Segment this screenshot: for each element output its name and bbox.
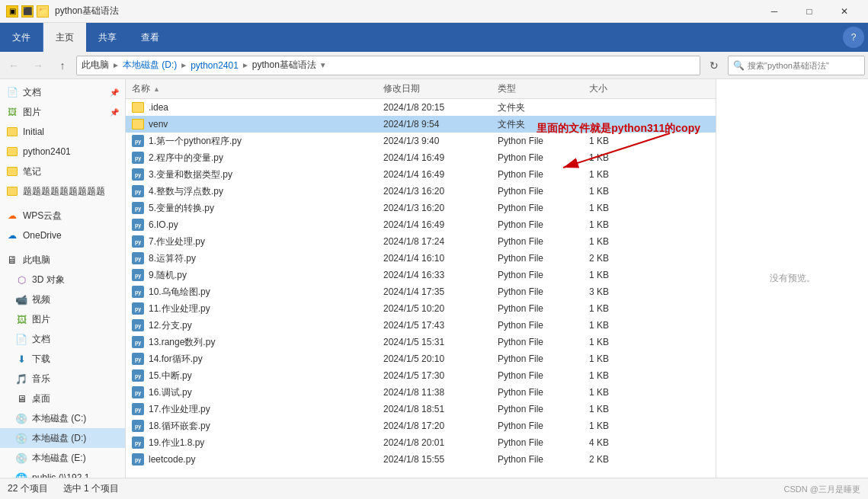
file-row[interactable]: py 18.循环嵌套.py 2024/1/8 17:20 Python File… bbox=[126, 417, 716, 434]
sidebar-label-questions: 题题题题题题题题题 bbox=[23, 185, 119, 198]
sidebar-item-disk-c[interactable]: 💿 本地磁盘 (C:) bbox=[0, 408, 125, 428]
sidebar-item-desktop[interactable]: 🖥 桌面 bbox=[0, 389, 125, 408]
file-name-cell: py 10.乌龟绘图.py bbox=[129, 286, 380, 299]
ribbon: 文件 主页 共享 查看 ? bbox=[0, 23, 868, 52]
sort-arrow-icon: ▲ bbox=[153, 85, 160, 93]
file-name-cell: py 4.整数与浮点数.py bbox=[129, 185, 380, 198]
python-file-icon: py bbox=[132, 420, 144, 432]
sidebar-item-thispc[interactable]: 🖥 此电脑 bbox=[0, 250, 125, 270]
sidebar-item-videos[interactable]: 📹 视频 bbox=[0, 289, 125, 309]
file-row[interactable]: py 16.调试.py 2024/1/8 11:38 Python File 1… bbox=[126, 384, 716, 401]
file-name: 17.作业处理.py bbox=[149, 403, 210, 416]
file-row[interactable]: py leetcode.py 2024/1/8 15:55 Python Fil… bbox=[126, 451, 716, 468]
sidebar-item-3d[interactable]: ⬡ 3D 对象 bbox=[0, 270, 125, 289]
python-file-icon: py bbox=[132, 302, 144, 315]
file-date-cell: 2024/1/4 16:49 bbox=[380, 169, 495, 180]
sidebar-item-documents[interactable]: 📄 文档 📌 bbox=[0, 82, 125, 102]
sidebar-item-disk-d[interactable]: 💿 本地磁盘 (D:) bbox=[0, 428, 125, 448]
refresh-button[interactable]: ↻ bbox=[703, 55, 725, 76]
file-row[interactable]: .idea 2024/1/8 20:15 文件夹 bbox=[126, 99, 716, 116]
ribbon-tab-view[interactable]: 查看 bbox=[129, 23, 171, 52]
file-row[interactable]: py 7.作业处理.py 2024/1/8 17:24 Python File … bbox=[126, 233, 716, 250]
file-row[interactable]: py 15.中断.py 2024/1/5 17:30 Python File 1… bbox=[126, 367, 716, 384]
up-button[interactable]: ↑ bbox=[52, 55, 73, 76]
sidebar-item-pics2[interactable]: 🖼 图片 bbox=[0, 309, 125, 329]
maximize-button[interactable]: □ bbox=[792, 0, 827, 23]
sidebar-item-downloads[interactable]: ⬇ 下载 bbox=[0, 349, 125, 369]
doc-icon: 📄 bbox=[6, 86, 18, 98]
file-name-cell: .idea bbox=[129, 102, 380, 113]
file-row[interactable]: py 4.整数与浮点数.py 2024/1/3 16:20 Python Fil… bbox=[126, 183, 716, 200]
file-row[interactable]: py 8.运算符.py 2024/1/4 16:10 Python File 2… bbox=[126, 250, 716, 267]
sidebar-item-public[interactable]: 🌐 public (\\192.1... bbox=[0, 468, 125, 478]
breadcrumb-pc: 此电脑 bbox=[82, 59, 109, 72]
sidebar-item-pictures[interactable]: 🖼 图片 📌 bbox=[0, 102, 125, 122]
file-row[interactable]: py 2.程序中的变量.py 2024/1/4 16:49 Python Fil… bbox=[126, 149, 716, 166]
file-row[interactable]: py 17.作业处理.py 2024/1/8 18:51 Python File… bbox=[126, 401, 716, 417]
file-name-cell: py 1.第一个python程序.py bbox=[129, 135, 380, 148]
sidebar-item-questions[interactable]: 题题题题题题题题题 bbox=[0, 181, 125, 201]
sidebar-item-music[interactable]: 🎵 音乐 bbox=[0, 369, 125, 389]
pin-icon2: 📌 bbox=[110, 108, 119, 117]
python-file-icon: py bbox=[132, 353, 144, 365]
file-row[interactable]: py 13.range数列.py 2024/1/5 15:31 Python F… bbox=[126, 334, 716, 350]
file-row[interactable]: py 9.随机.py 2024/1/4 16:33 Python File 1 … bbox=[126, 267, 716, 283]
titlebar: ▣ ⬛ 📁 python基础语法 ─ □ ✕ bbox=[0, 0, 868, 23]
file-size-cell: 1 KB bbox=[586, 136, 647, 146]
ribbon-tab-file[interactable]: 文件 bbox=[0, 23, 43, 52]
file-row[interactable]: py 11.作业处理.py 2024/1/5 10:20 Python File… bbox=[126, 300, 716, 317]
search-input[interactable] bbox=[748, 61, 860, 70]
sidebar-item-initial[interactable]: Initial bbox=[0, 122, 125, 142]
file-row[interactable]: py 12.分支.py 2024/1/5 17:43 Python File 1… bbox=[126, 317, 716, 334]
col-name-header[interactable]: 名称 ▲ bbox=[129, 82, 380, 95]
sidebar-item-wps[interactable]: ☁ WPS云盘 bbox=[0, 206, 125, 226]
file-type-cell: Python File bbox=[495, 437, 586, 448]
file-row[interactable]: py 14.for循环.py 2024/1/5 20:10 Python Fil… bbox=[126, 350, 716, 367]
sidebar-label-python2401: python2401 bbox=[23, 146, 119, 157]
folder-icon-initial bbox=[6, 126, 18, 138]
file-row[interactable]: venv 2024/1/8 9:54 文件夹 bbox=[126, 116, 716, 133]
file-name: .idea bbox=[149, 102, 168, 113]
file-row[interactable]: py 10.乌龟绘图.py 2024/1/4 17:35 Python File… bbox=[126, 283, 716, 300]
file-name: 15.中断.py bbox=[149, 369, 192, 382]
file-row[interactable]: py 5.变量的转换.py 2024/1/3 16:20 Python File… bbox=[126, 200, 716, 216]
3d-icon: ⬡ bbox=[15, 273, 27, 286]
file-row[interactable]: py 3.变量和数据类型.py 2024/1/4 16:49 Python Fi… bbox=[126, 166, 716, 183]
close-button[interactable]: ✕ bbox=[827, 0, 862, 23]
file-row[interactable]: py 1.第一个python程序.py 2024/1/3 9:40 Python… bbox=[126, 133, 716, 149]
python-file-icon: py bbox=[132, 453, 144, 465]
col-type-header[interactable]: 类型 bbox=[495, 82, 586, 95]
file-row[interactable]: py 6.IO.py 2024/1/4 16:49 Python File 1 … bbox=[126, 216, 716, 233]
sidebar-label-videos: 视频 bbox=[32, 293, 119, 306]
sidebar-item-onedrive[interactable]: ☁ OneDrive bbox=[0, 226, 125, 245]
sidebar-item-docs2[interactable]: 📄 文档 bbox=[0, 329, 125, 349]
minimize-button[interactable]: ─ bbox=[757, 0, 792, 23]
sidebar-item-disk-e[interactable]: 💿 本地磁盘 (E:) bbox=[0, 448, 125, 468]
sidebar-label-onedrive: OneDrive bbox=[23, 230, 119, 241]
file-row[interactable]: py 19.作业1.8.py 2024/1/8 20:01 Python Fil… bbox=[126, 434, 716, 451]
sidebar-label-disk-d: 本地磁盘 (D:) bbox=[32, 432, 119, 445]
breadcrumb-bar[interactable]: 此电脑 ► 本地磁盘 (D:) ► python2401 ► python基础语… bbox=[76, 56, 700, 75]
file-type-cell: Python File bbox=[495, 219, 586, 230]
help-button[interactable]: ? bbox=[843, 27, 864, 48]
file-type-cell: Python File bbox=[495, 253, 586, 264]
col-date-header[interactable]: 修改日期 bbox=[380, 82, 495, 95]
file-size-cell: 1 KB bbox=[586, 236, 647, 247]
ribbon-tab-share[interactable]: 共享 bbox=[86, 23, 129, 52]
file-name-cell: py 17.作业处理.py bbox=[129, 403, 380, 416]
sidebar-item-notes[interactable]: 笔记 bbox=[0, 162, 125, 181]
sidebar-label-3d: 3D 对象 bbox=[32, 273, 119, 286]
disk-c-icon: 💿 bbox=[15, 412, 27, 424]
file-size-cell: 1 KB bbox=[586, 219, 647, 230]
sidebar-label-pictures: 图片 bbox=[23, 106, 105, 119]
file-name-cell: venv bbox=[129, 119, 380, 130]
ribbon-tab-home[interactable]: 主页 bbox=[43, 23, 86, 52]
onedrive-icon: ☁ bbox=[6, 229, 18, 242]
sidebar-label-music: 音乐 bbox=[32, 373, 119, 385]
file-name: 10.乌龟绘图.py bbox=[149, 286, 210, 299]
column-headers: 名称 ▲ 修改日期 类型 大小 bbox=[126, 79, 716, 99]
sidebar-item-python2401[interactable]: python2401 bbox=[0, 142, 125, 162]
file-size-cell: 1 KB bbox=[586, 404, 647, 414]
col-size-header[interactable]: 大小 bbox=[586, 82, 647, 95]
breadcrumb-current: python基础语法 bbox=[252, 59, 316, 72]
